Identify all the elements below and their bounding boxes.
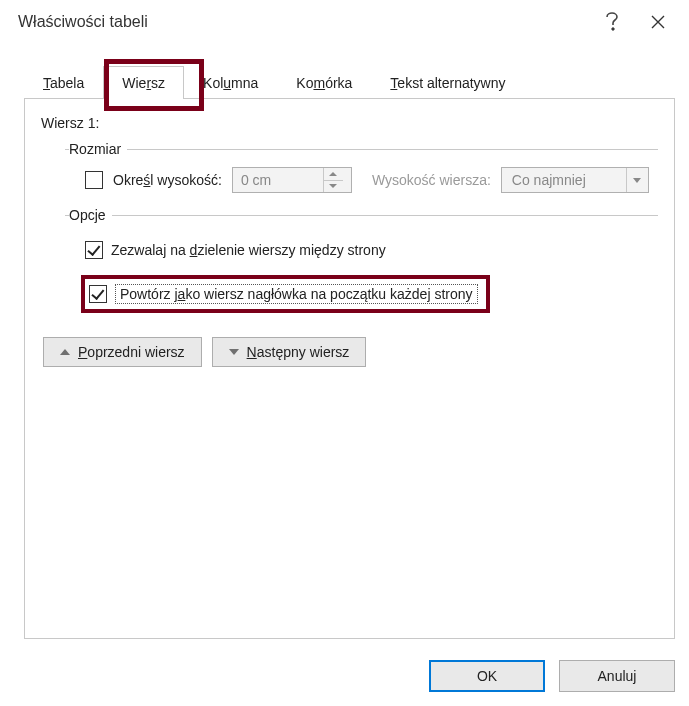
triangle-up-icon: [60, 349, 70, 355]
next-row-button[interactable]: Następny wiersz: [212, 337, 367, 367]
current-row-label: Wiersz 1:: [41, 115, 658, 131]
option-repeat-header-row: Powtórz jako wiersz nagłówka na początku…: [81, 275, 490, 313]
window-title: Właściwości tabeli: [18, 13, 589, 31]
tab-table[interactable]: Tabela: [24, 66, 103, 99]
dialog-footer: OK Anuluj: [429, 660, 675, 692]
tab-row[interactable]: Wiersz: [103, 66, 184, 99]
cancel-button[interactable]: Anuluj: [559, 660, 675, 692]
combo-height-type-button[interactable]: [626, 168, 648, 192]
triangle-down-icon: [229, 349, 239, 355]
tab-column[interactable]: Kolumna: [184, 66, 277, 99]
input-height-value[interactable]: [233, 168, 323, 192]
prev-row-button[interactable]: Poprzedni wiersz: [43, 337, 202, 367]
label-specify-height[interactable]: Określ wysokość:: [113, 172, 222, 188]
close-icon: [651, 15, 665, 29]
combo-height-type-value: Co najmniej: [502, 172, 626, 188]
checkbox-allow-break[interactable]: [85, 241, 103, 259]
chevron-down-icon: [329, 184, 337, 188]
tab-cell[interactable]: Komórka: [277, 66, 371, 99]
tab-alt-text[interactable]: Tekst alternatywny: [371, 66, 524, 99]
tab-strip: Tabela Wiersz Kolumna Komórka Tekst alte…: [24, 66, 675, 99]
svg-point-0: [612, 28, 614, 30]
help-icon: [605, 12, 619, 32]
title-bar: Właściwości tabeli: [0, 0, 689, 44]
checkbox-specify-height[interactable]: [85, 171, 103, 189]
group-size: Rozmiar Określ wysokość: Wysokość wiersz…: [65, 141, 658, 199]
group-options: Opcje Zezwalaj na dzielenie wierszy międ…: [65, 207, 658, 319]
help-button[interactable]: [589, 2, 635, 42]
label-height-type: Wysokość wiersza:: [372, 172, 491, 188]
checkbox-repeat-header[interactable]: [89, 285, 107, 303]
ok-button[interactable]: OK: [429, 660, 545, 692]
spinner-height[interactable]: [232, 167, 352, 193]
chevron-up-icon: [329, 172, 337, 176]
label-repeat-header[interactable]: Powtórz jako wiersz nagłówka na początku…: [115, 284, 478, 304]
row-nav-buttons: Poprzedni wiersz Następny wiersz: [43, 337, 658, 367]
group-options-legend: Opcje: [69, 207, 112, 223]
spinner-down[interactable]: [324, 180, 343, 193]
group-size-legend: Rozmiar: [69, 141, 127, 157]
chevron-down-icon: [633, 178, 641, 183]
label-allow-break[interactable]: Zezwalaj na dzielenie wierszy między str…: [111, 242, 386, 258]
tab-panel-row: Wiersz 1: Rozmiar Określ wysokość: Wysok…: [24, 99, 675, 639]
option-allow-break-row: Zezwalaj na dzielenie wierszy między str…: [85, 237, 658, 263]
close-button[interactable]: [635, 2, 681, 42]
spinner-up[interactable]: [324, 168, 343, 180]
combo-height-type[interactable]: Co najmniej: [501, 167, 649, 193]
